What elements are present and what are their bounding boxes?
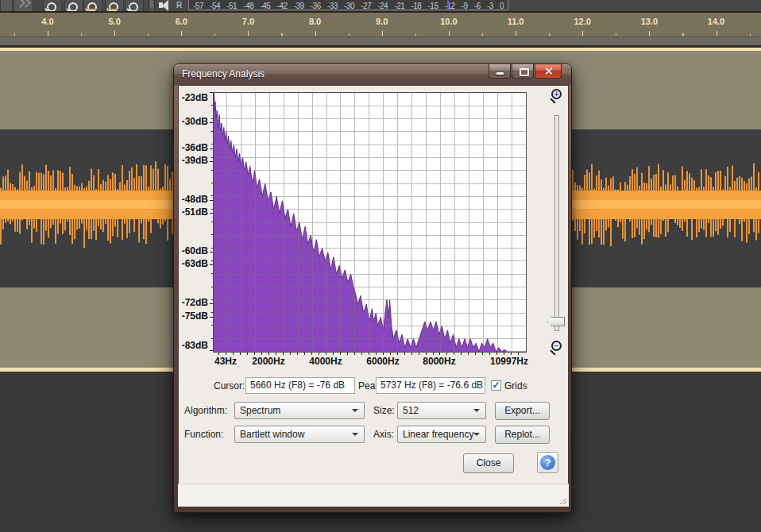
x-axis-tick	[411, 353, 412, 355]
x-axis-tick	[311, 353, 312, 355]
timeline-label: 13.0	[641, 17, 658, 26]
timeline-tick-minor	[482, 33, 483, 36]
x-axis-tick	[240, 353, 241, 355]
timeline-ruler[interactable]: 4.05.06.07.08.09.010.011.012.013.014.0	[0, 13, 761, 37]
zoom-out-tool-button[interactable]	[64, 0, 83, 11]
x-axis-tick	[326, 353, 326, 355]
meter-scale-label: -51	[226, 2, 237, 10]
timeline-tick-major	[48, 31, 48, 36]
dialog-status-strip	[178, 484, 569, 507]
meter-scale-label: -45	[260, 2, 270, 10]
zoom-in-vertical-button[interactable]: +	[550, 89, 562, 102]
y-axis-label: -60dB	[176, 245, 208, 256]
x-axis-tick	[426, 353, 427, 355]
timeline-tick-major	[449, 31, 450, 36]
orange-arrows-icon	[87, 9, 96, 10]
fit-project-button[interactable]	[105, 0, 124, 11]
y-axis-label: -51dB	[176, 206, 208, 218]
x-axis-label: 10997Hz	[490, 356, 528, 367]
export-button[interactable]: Export...	[495, 402, 550, 420]
multi-tool-button[interactable]	[14, 0, 33, 11]
spectrum-chart	[214, 93, 526, 352]
meter-scale-label: -9	[462, 2, 468, 10]
zoom-in-tool-button[interactable]	[43, 0, 62, 11]
selection-tool-button[interactable]	[0, 0, 13, 11]
x-axis-tick	[347, 353, 348, 355]
grids-checkbox[interactable]: ✓	[491, 380, 501, 391]
zoom-toggle-button[interactable]	[125, 0, 144, 11]
magnifier-icon	[129, 2, 138, 11]
timeline-label: 12.0	[574, 17, 590, 26]
x-axis-label: 43Hz	[214, 356, 237, 367]
meter-scale-label: -12	[445, 2, 455, 10]
x-axis-tick	[482, 353, 483, 355]
minimize-icon	[496, 72, 504, 75]
y-axis-label: -75dB	[176, 310, 208, 322]
y-axis-label: -30dB	[176, 116, 208, 127]
x-axis-tick	[233, 353, 234, 355]
dialog-titlebar[interactable]: Frequency Analysis	[174, 64, 571, 85]
close-window-button[interactable]	[535, 64, 562, 79]
vertical-zoom-slider-thumb[interactable]	[547, 317, 565, 326]
y-axis-label: -48dB	[176, 194, 208, 205]
fit-selection-button[interactable]	[83, 0, 102, 11]
dialog-client-area: -23dB-30dB-36dB-39dB-48dB-51dB-60dB-63dB…	[178, 85, 569, 506]
x-axis-tick	[369, 353, 369, 355]
timeline-tick-major	[315, 31, 316, 36]
close-icon	[544, 67, 553, 75]
timeline-label: 10.0	[440, 17, 457, 26]
vertical-zoom-slider-track[interactable]	[554, 115, 559, 331]
spectrum-plot[interactable]	[213, 92, 527, 353]
y-axis-label: -36dB	[176, 142, 208, 153]
size-select[interactable]: 512	[397, 402, 486, 419]
x-axis-tick	[218, 353, 219, 355]
toolbar-grip[interactable]	[149, 0, 155, 11]
scrub-ruler[interactable]	[0, 37, 761, 45]
x-axis-tick	[361, 353, 362, 355]
resize-grip-icon[interactable]	[558, 496, 566, 504]
x-axis-tick	[468, 353, 469, 355]
x-axis-tick	[397, 353, 398, 355]
meter-scale-label: -27	[361, 2, 371, 10]
y-axis-labels: -23dB-30dB-36dB-39dB-48dB-51dB-60dB-63dB…	[178, 92, 210, 353]
x-axis-tick	[354, 353, 355, 355]
maximize-button[interactable]	[512, 64, 534, 79]
y-axis-label: -72dB	[176, 297, 208, 308]
timeline-label: 7.0	[242, 17, 254, 26]
function-select[interactable]: Bartlett window	[234, 426, 365, 443]
x-axis-label: 4000Hz	[309, 356, 342, 367]
x-axis-tick	[433, 353, 434, 355]
chevron-icon	[21, 0, 31, 8]
timeline-tick-major	[649, 31, 650, 36]
x-axis-tick	[383, 353, 384, 355]
replot-button[interactable]: Replot...	[495, 426, 550, 444]
timeline-tick-major	[516, 31, 516, 36]
help-button[interactable]: ?	[537, 452, 558, 473]
x-axis-tick	[475, 353, 476, 355]
algorithm-select[interactable]: Spectrum	[234, 402, 365, 419]
orange-brackets-icon	[108, 9, 118, 10]
close-button[interactable]: Close	[463, 453, 514, 473]
zoom-out-vertical-button[interactable]: −	[550, 341, 562, 354]
x-axis-tick	[511, 353, 512, 355]
axis-select[interactable]: Linear frequency	[397, 426, 486, 443]
timeline-label: 6.0	[176, 17, 187, 26]
x-axis-tick	[276, 353, 276, 355]
x-axis-tick	[461, 353, 462, 355]
playback-meter-scale[interactable]: -57-54-51-48-45-42-39-36-33-30-27-24-21-…	[188, 0, 508, 10]
x-axis-tick	[290, 353, 291, 355]
x-axis-tick	[489, 353, 490, 355]
x-axis-label: 8000Hz	[423, 356, 455, 367]
meter-scale-label: -21	[394, 2, 404, 10]
meter-scale-label: -3	[487, 2, 493, 10]
x-axis-tick	[254, 353, 255, 355]
timeline-tick-minor	[148, 33, 149, 36]
dialog-title: Frequency Analysis	[182, 68, 265, 79]
x-axis-tick	[261, 353, 262, 355]
x-axis-tick	[247, 353, 248, 355]
x-axis-tick	[419, 353, 419, 355]
timeline-label: 8.0	[309, 17, 321, 26]
meter-scale-label: -33	[327, 2, 338, 10]
minimize-button[interactable]	[489, 64, 511, 79]
x-axis-tick	[297, 353, 298, 355]
